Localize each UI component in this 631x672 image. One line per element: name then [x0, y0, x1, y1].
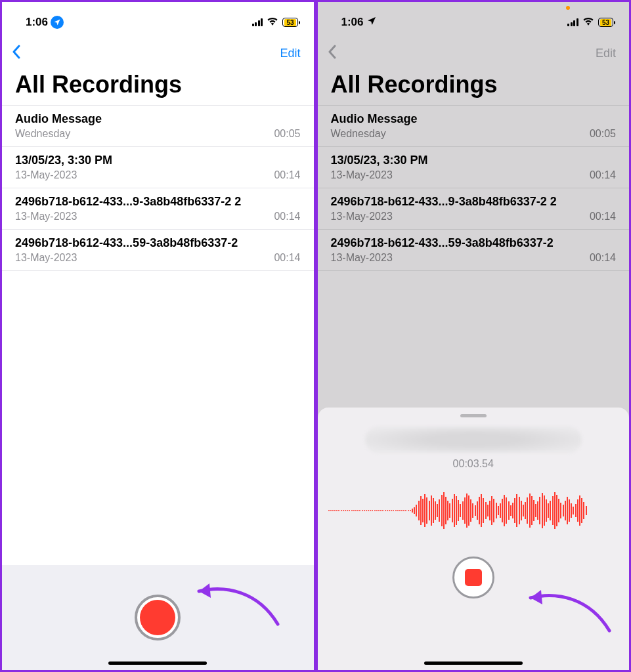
nav-bar: Edit [2, 36, 314, 70]
recording-row[interactable]: 2496b718-b612-433...9-3a8b48fb6337-2 2 1… [2, 188, 314, 230]
record-toolbar [2, 565, 314, 670]
stop-icon [465, 569, 482, 586]
recording-title: 2496b718-b612-433...9-3a8b48fb6337-2 2 [331, 195, 617, 209]
status-time: 1:06 [26, 16, 48, 29]
recording-duration: 00:14 [274, 169, 300, 181]
recording-date: 13-May-2023 [331, 252, 393, 264]
status-time: 1:06 [341, 16, 364, 29]
record-icon [140, 600, 175, 635]
cellular-signal-icon [567, 18, 578, 26]
wifi-icon [582, 16, 594, 29]
battery-level: 53 [284, 19, 295, 26]
recording-title: 2496b718-b612-433...59-3a8b48fb6337-2 [331, 236, 617, 250]
recording-title: 13/05/23, 3:30 PM [331, 154, 617, 167]
recording-row[interactable]: 2496b718-b612-433...59-3a8b48fb6337-2 13… [2, 230, 314, 271]
recording-title: 2496b718-b612-433...59-3a8b48fb6337-2 [15, 236, 301, 250]
wifi-icon [267, 16, 278, 29]
recording-duration: 00:05 [590, 128, 616, 140]
recording-panel[interactable]: 00:03.54 [318, 408, 630, 670]
stop-button[interactable] [452, 556, 494, 598]
recording-title: Audio Message [331, 112, 617, 126]
panel-grabber[interactable] [460, 414, 487, 417]
recording-row[interactable]: Audio Message Wednesday 00:05 [2, 106, 314, 147]
recording-duration: 00:14 [274, 252, 300, 264]
battery-level: 53 [600, 19, 611, 26]
home-indicator[interactable] [424, 662, 523, 665]
recording-timer: 00:03.54 [318, 458, 630, 470]
recording-duration: 00:05 [274, 128, 300, 140]
recording-date: 13-May-2023 [15, 169, 77, 181]
edit-button[interactable]: Edit [280, 47, 300, 60]
recording-row[interactable]: 2496b718-b612-433...59-3a8b48fb6337-2 13… [318, 230, 630, 271]
location-icon [51, 16, 64, 29]
back-button[interactable] [327, 44, 337, 63]
phone-screenshot-left: 1:06 53 Edit All Recordings Audio Messag… [0, 0, 316, 672]
cellular-signal-icon [252, 18, 263, 26]
record-button[interactable] [135, 595, 181, 640]
battery-icon: 53 [598, 18, 613, 27]
status-bar: 1:06 53 [2, 2, 314, 36]
page-title: All Recordings [2, 70, 314, 105]
recording-title: 13/05/23, 3:30 PM [15, 154, 301, 167]
recording-date: 13-May-2023 [15, 252, 77, 264]
recording-duration: 00:14 [590, 252, 616, 264]
recording-name-redacted [365, 427, 582, 453]
recording-date: 13-May-2023 [15, 211, 77, 222]
recording-date: 13-May-2023 [331, 211, 393, 222]
recording-date: Wednesday [331, 128, 386, 140]
edit-button[interactable]: Edit [596, 47, 616, 60]
recording-duration: 00:14 [590, 169, 616, 181]
page-title: All Recordings [318, 70, 630, 105]
battery-icon: 53 [282, 18, 297, 27]
recording-row[interactable]: Audio Message Wednesday 00:05 [318, 106, 630, 147]
nav-bar: Edit [318, 36, 630, 70]
recordings-list: Audio Message Wednesday 00:05 13/05/23, … [318, 105, 630, 271]
back-button[interactable] [11, 44, 22, 63]
location-icon [366, 16, 377, 30]
phone-screenshot-right: 1:06 53 Edit All Recordings Audio Messag… [316, 0, 632, 672]
recording-title: Audio Message [15, 112, 301, 126]
recording-row[interactable]: 13/05/23, 3:30 PM 13-May-2023 00:14 [318, 147, 630, 188]
home-indicator[interactable] [108, 662, 207, 665]
status-bar: 1:06 53 [318, 2, 630, 36]
recordings-list: Audio Message Wednesday 00:05 13/05/23, … [2, 105, 314, 271]
recording-duration: 00:14 [274, 211, 300, 222]
recording-row[interactable]: 13/05/23, 3:30 PM 13-May-2023 00:14 [2, 147, 314, 188]
recording-date: 13-May-2023 [331, 169, 393, 181]
recording-row[interactable]: 2496b718-b612-433...9-3a8b48fb6337-2 2 1… [318, 188, 630, 230]
recording-title: 2496b718-b612-433...9-3a8b48fb6337-2 2 [15, 195, 301, 209]
waveform[interactable] [328, 484, 619, 537]
recording-date: Wednesday [15, 128, 70, 140]
recording-duration: 00:14 [590, 211, 616, 222]
privacy-indicator-dot [566, 6, 570, 10]
